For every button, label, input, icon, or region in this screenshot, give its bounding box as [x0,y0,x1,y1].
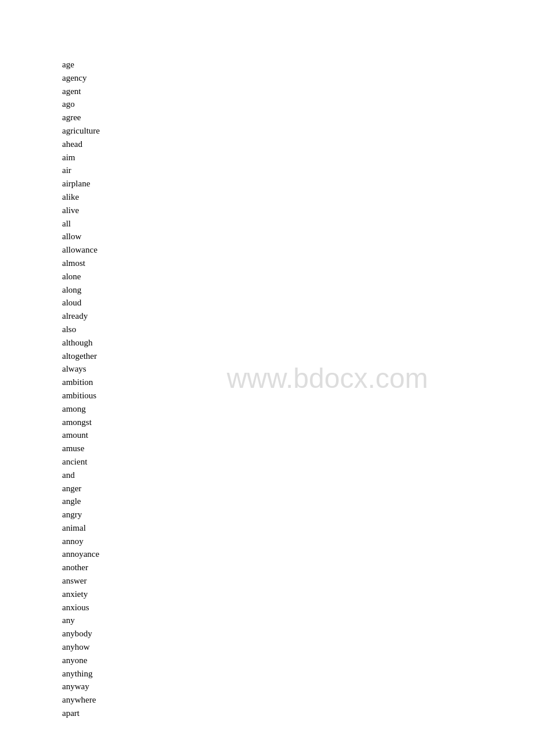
list-item: allow [62,230,100,243]
list-item: already [62,309,100,323]
list-item: among [62,402,100,416]
list-item: aim [62,151,100,164]
list-item: altogether [62,350,100,363]
list-item: also [62,323,100,336]
list-item: allowance [62,243,100,257]
list-item: annoyance [62,548,100,561]
list-item: agriculture [62,124,100,138]
list-item: alive [62,204,100,217]
list-item: animal [62,521,100,535]
list-item: amongst [62,416,100,429]
list-item: always [62,362,100,376]
list-item: annoy [62,535,100,548]
word-list: ageagencyagentagoagreeagricultureaheadai… [62,58,100,720]
list-item: along [62,283,100,297]
list-item: apart [62,707,100,720]
list-item: almost [62,257,100,270]
list-item: any [62,614,100,627]
list-item: ambition [62,376,100,389]
list-item: air [62,164,100,177]
list-item: aloud [62,296,100,309]
list-item: anywhere [62,693,100,707]
list-item: agency [62,71,100,85]
list-item: alone [62,270,100,283]
list-item: anyhow [62,640,100,654]
list-item: age [62,58,100,71]
list-item: ancient [62,455,100,469]
list-item: anxious [62,601,100,614]
list-item: another [62,561,100,574]
list-item: anyway [62,680,100,693]
list-item: amuse [62,442,100,455]
list-item: ahead [62,138,100,151]
list-item: anything [62,667,100,681]
watermark: www.bdocx.com [227,362,428,394]
list-item: anyone [62,654,100,667]
list-item: and [62,469,100,482]
list-item: although [62,336,100,350]
list-item: alike [62,190,100,204]
list-item: agree [62,111,100,124]
list-item: ambitious [62,389,100,402]
list-item: all [62,217,100,231]
list-item: angle [62,495,100,508]
list-item: anxiety [62,588,100,601]
list-item: agent [62,85,100,98]
list-item: anger [62,482,100,495]
list-item: amount [62,429,100,442]
list-item: ago [62,98,100,111]
list-item: anybody [62,627,100,640]
list-item: angry [62,508,100,521]
list-item: airplane [62,177,100,190]
list-item: answer [62,574,100,588]
